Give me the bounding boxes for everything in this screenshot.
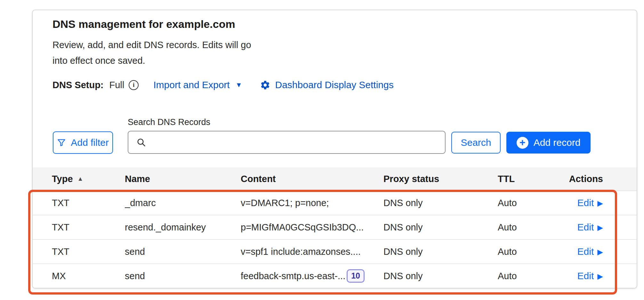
dns-records-table: Type ▲ Name Content Proxy status TTL Act… (33, 167, 637, 288)
cell-proxy-status: DNS only (383, 271, 498, 281)
column-header-content[interactable]: Content (241, 174, 383, 184)
cell-ttl: Auto (498, 222, 565, 233)
cell-proxy-status: DNS only (383, 222, 498, 233)
plus-icon: + (517, 137, 528, 149)
import-export-link[interactable]: Import and Export▼ (153, 79, 242, 90)
column-header-proxy-status[interactable]: Proxy status (383, 174, 498, 184)
dashboard-display-settings-link[interactable]: Dashboard Display Settings (260, 79, 393, 90)
sort-ascending-icon: ▲ (77, 175, 84, 182)
column-header-name[interactable]: Name (125, 174, 241, 184)
cell-ttl: Auto (498, 246, 565, 257)
search-input-container (128, 131, 446, 154)
search-icon (136, 137, 146, 147)
cell-proxy-status: DNS only (383, 246, 498, 257)
add-filter-label: Add filter (71, 137, 109, 148)
import-export-label: Import and Export (153, 79, 229, 90)
table-row: TXT _dmarc v=DMARC1; p=none; DNS only Au… (33, 190, 637, 215)
dns-management-card: DNS management for example.com Review, a… (32, 10, 637, 288)
cell-ttl: Auto (498, 271, 565, 281)
cell-name: resend._domainkey (125, 222, 241, 233)
cell-name: send (125, 271, 241, 281)
cell-name: _dmarc (125, 198, 241, 208)
chevron-down-icon: ▼ (236, 81, 242, 89)
edit-arrow-icon: ▶ (597, 247, 603, 256)
edit-arrow-icon: ▶ (597, 271, 603, 281)
gear-icon (260, 80, 270, 90)
dashboard-display-settings-label: Dashboard Display Settings (275, 79, 393, 90)
cell-content: p=MIGfMA0GCSqGSIb3DQ... (241, 222, 383, 233)
edit-arrow-icon: ▶ (597, 223, 603, 232)
page-title: DNS management for example.com (52, 18, 235, 30)
page-title-prefix: DNS management for (52, 18, 166, 30)
search-input[interactable] (151, 133, 439, 152)
add-filter-button[interactable]: Add filter (53, 131, 113, 154)
mx-priority-badge: 10 (347, 269, 365, 283)
filter-funnel-icon (57, 138, 66, 147)
search-records-label: Search DNS Records (128, 117, 210, 127)
cell-content: v=DMARC1; p=none; (241, 198, 383, 208)
edit-record-link[interactable]: Edit▶ (577, 197, 603, 208)
dns-setup-value: Full (109, 80, 125, 90)
column-header-actions: Actions (565, 174, 603, 184)
cell-type: TXT (52, 222, 125, 233)
cell-content: feedback-smtp.us-east-... 10 (241, 269, 383, 283)
cell-proxy-status: DNS only (383, 198, 498, 208)
edit-record-link[interactable]: Edit▶ (577, 246, 603, 257)
column-header-type[interactable]: Type ▲ (52, 174, 125, 184)
dns-setup-row: DNS Setup: Full i Import and Export▼ Das… (52, 78, 394, 92)
edit-record-link[interactable]: Edit▶ (577, 222, 603, 233)
page-title-domain: example.com (166, 18, 235, 30)
page-description: Review, add, and edit DNS records. Edits… (52, 37, 264, 69)
edit-record-link[interactable]: Edit▶ (577, 271, 603, 281)
search-button[interactable]: Search (451, 132, 501, 154)
info-icon[interactable]: i (129, 80, 139, 90)
dns-setup-label: DNS Setup: (52, 80, 104, 90)
cell-name: send (125, 246, 241, 257)
table-row: TXT resend._domainkey p=MIGfMA0GCSqGSIb3… (33, 215, 637, 239)
table-header-row: Type ▲ Name Content Proxy status TTL Act… (33, 167, 637, 190)
table-row: MX send feedback-smtp.us-east-... 10 DNS… (33, 263, 637, 288)
column-header-ttl[interactable]: TTL (498, 174, 565, 184)
table-row: TXT send v=spf1 include:amazonses.... DN… (33, 239, 637, 263)
edit-arrow-icon: ▶ (597, 198, 603, 208)
cell-type: TXT (52, 198, 125, 208)
cell-ttl: Auto (498, 198, 565, 208)
add-record-label: Add record (534, 137, 581, 148)
cell-content: v=spf1 include:amazonses.... (241, 246, 383, 257)
add-record-button[interactable]: + Add record (506, 132, 591, 154)
cell-type: TXT (52, 246, 125, 257)
cell-type: MX (52, 271, 125, 281)
